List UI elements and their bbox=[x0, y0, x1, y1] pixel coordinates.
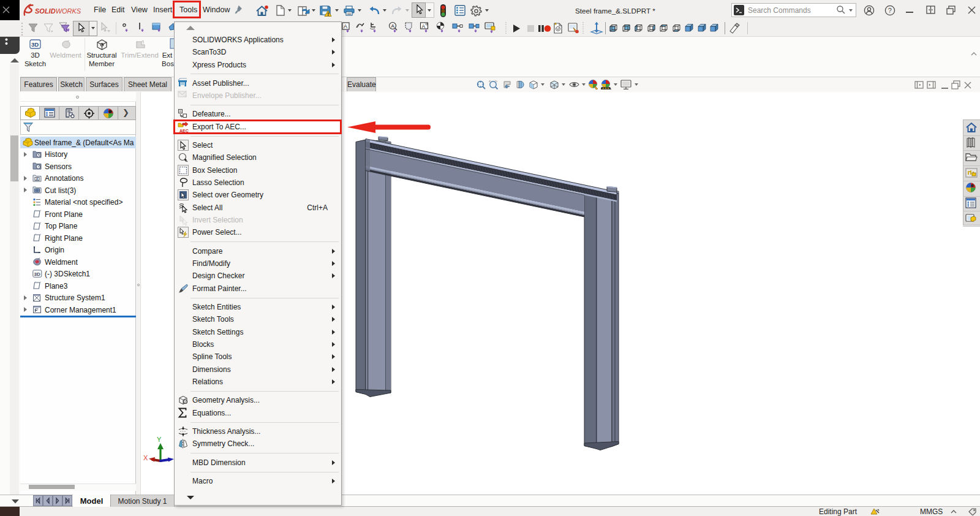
svg-text:X: X bbox=[143, 454, 148, 461]
svg-text:A: A bbox=[344, 23, 347, 29]
svg-text:A: A bbox=[422, 23, 426, 29]
svg-text:3D: 3D bbox=[31, 41, 39, 48]
svg-text:Y: Y bbox=[157, 436, 162, 443]
svg-text:A: A bbox=[391, 23, 395, 29]
